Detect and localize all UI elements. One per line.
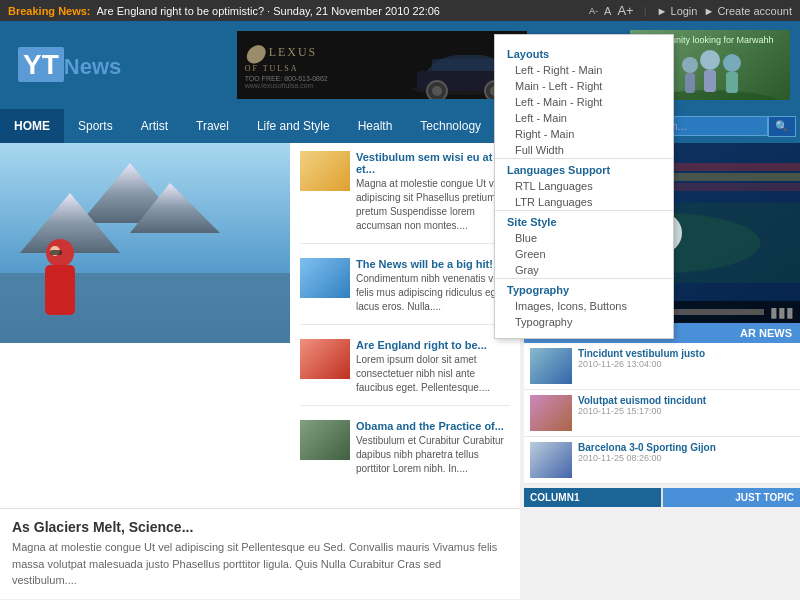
create-account-link[interactable]: ► Create account: [703, 5, 792, 17]
ar-news-item-date: 2010-11-25 08:26:00: [578, 453, 716, 463]
just-topic-header: JUST TOPIC: [663, 488, 800, 507]
nav-technology[interactable]: Technology: [406, 109, 495, 143]
font-size-small[interactable]: A-: [589, 6, 598, 16]
dd-style-green[interactable]: Green: [495, 246, 673, 262]
article-excerpt: Lorem ipsum dolor sit amet consectetuer …: [356, 353, 510, 395]
header-ad: ⬤ LEXUS OF TULSA TOO FREE: 800-613-0862 …: [237, 31, 527, 99]
dd-style-gray[interactable]: Gray: [495, 262, 673, 278]
logo: YTNews: [10, 45, 129, 85]
ar-news-item-date: 2010-11-25 15:17:00: [578, 406, 706, 416]
article-title[interactable]: Vestibulum sem wisi eu at et...: [356, 151, 510, 175]
font-size-normal[interactable]: A: [604, 5, 611, 17]
dd-layout-4[interactable]: Left - Main: [495, 110, 673, 126]
login-link[interactable]: ► Login: [657, 5, 698, 17]
nav-sports[interactable]: Sports: [64, 109, 127, 143]
featured-caption: As Glaciers Melt, Science... Magna at mo…: [0, 508, 520, 599]
content-left: Vestibulum sem wisi eu at et... Magna at…: [0, 143, 520, 600]
volume-icon[interactable]: ▮▮▮: [770, 304, 794, 320]
header: YTNews ⬤ LEXUS OF TULSA TOO FREE: 800-61…: [0, 21, 800, 109]
svg-point-13: [723, 54, 741, 72]
dd-layout-3[interactable]: Left - Main - Right: [495, 94, 673, 110]
dd-layout-5[interactable]: Right - Main: [495, 126, 673, 142]
ar-news-item: Barcelona 3-0 Sporting Gijon 2010-11-25 …: [524, 437, 800, 484]
svg-point-3: [432, 86, 442, 96]
breaking-news-label: Breaking News:: [8, 5, 91, 17]
svg-point-11: [700, 50, 720, 70]
svg-rect-12: [704, 70, 716, 92]
main-content: Vestibulum sem wisi eu at et... Magna at…: [0, 143, 800, 600]
nav-travel[interactable]: Travel: [182, 109, 243, 143]
dd-layout-2[interactable]: Main - Left - Right: [495, 78, 673, 94]
dd-layout-6[interactable]: Full Width: [495, 142, 673, 158]
featured-image: [0, 143, 290, 508]
dd-layouts-title: Layouts: [495, 43, 673, 62]
article-title[interactable]: Are England right to be...: [356, 339, 510, 351]
article-thumbnail: [300, 339, 350, 379]
article-thumbnail: [300, 151, 350, 191]
article-item: Vestibulum sem wisi eu at et... Magna at…: [300, 151, 510, 244]
svg-rect-19: [0, 273, 290, 343]
svg-rect-23: [50, 250, 62, 255]
nav-artist[interactable]: Artist: [127, 109, 182, 143]
font-size-large[interactable]: A+: [617, 3, 633, 18]
search-button[interactable]: 🔍: [768, 116, 796, 137]
featured-excerpt: Magna at molestie congue Ut vel adipisci…: [12, 539, 508, 589]
svg-point-9: [682, 57, 698, 73]
ar-news-item-title[interactable]: Volutpat euismod tincidunt: [578, 395, 706, 406]
nav-life-and-style[interactable]: Life and Style: [243, 109, 344, 143]
svg-rect-10: [685, 73, 695, 93]
features-dropdown: Layouts Left - Right - Main Main - Left …: [494, 34, 674, 339]
ar-news-thumbnail: [530, 348, 572, 384]
article-item: Obama and the Practice of... Vestibulum …: [300, 420, 510, 486]
nav-bar: HOME Sports Artist Travel Life and Style…: [0, 109, 800, 143]
top-content: Vestibulum sem wisi eu at et... Magna at…: [0, 143, 520, 508]
ar-news-thumbnail: [530, 442, 572, 478]
article-item: The News will be a big hit! Condimentum …: [300, 258, 510, 325]
nav-home[interactable]: HOME: [0, 109, 64, 143]
column1-header: COLUMN1: [524, 488, 661, 507]
logo-yt: YT: [18, 47, 64, 82]
ar-news-item-title[interactable]: Tincidunt vestibulum justo: [578, 348, 705, 359]
breaking-news-headline: Are England right to be optimistic? · Su…: [97, 5, 440, 17]
featured-articles-list: Vestibulum sem wisi eu at et... Magna at…: [290, 143, 520, 508]
dd-lang-1[interactable]: RTL Languages: [495, 178, 673, 194]
dd-typography-title: Typography: [495, 278, 673, 298]
ar-news-item-date: 2010-11-26 13:04:00: [578, 359, 705, 369]
dd-layout-1[interactable]: Left - Right - Main: [495, 62, 673, 78]
dd-languages-title: Languages Support: [495, 158, 673, 178]
svg-rect-6: [432, 59, 502, 71]
nav-health[interactable]: Health: [344, 109, 407, 143]
article-excerpt: Magna at molestie congue Ut vel adipisci…: [356, 177, 510, 233]
featured-title: As Glaciers Melt, Science...: [12, 519, 508, 535]
dd-style-blue[interactable]: Blue: [495, 230, 673, 246]
svg-rect-21: [45, 265, 75, 315]
logo-news: News: [64, 54, 121, 79]
article-excerpt: Vestibulum et Curabitur Curabitur dapibu…: [356, 434, 510, 476]
article-title[interactable]: Obama and the Practice of...: [356, 420, 510, 432]
svg-rect-14: [726, 72, 738, 93]
breaking-news-bar: Breaking News: Are England right to be o…: [0, 0, 800, 21]
article-excerpt: Condimentum nibh venenatis vitae felis m…: [356, 272, 510, 314]
ar-news-item: Volutpat euismod tincidunt 2010-11-25 15…: [524, 390, 800, 437]
article-title[interactable]: The News will be a big hit!: [356, 258, 510, 270]
article-item: Are England right to be... Lorem ipsum d…: [300, 339, 510, 406]
ar-news-title: AR NEWS: [740, 327, 792, 339]
dd-style-title: Site Style: [495, 210, 673, 230]
ar-news-item: Tincidunt vestibulum justo 2010-11-26 13…: [524, 343, 800, 390]
article-thumbnail: [300, 420, 350, 460]
dd-typo-1[interactable]: Images, Icons, Buttons: [495, 298, 673, 314]
dd-lang-2[interactable]: LTR Languages: [495, 194, 673, 210]
ar-news-thumbnail: [530, 395, 572, 431]
article-thumbnail: [300, 258, 350, 298]
ar-news-item-title[interactable]: Barcelona 3-0 Sporting Gijon: [578, 442, 716, 453]
dd-typo-2[interactable]: Typography: [495, 314, 673, 330]
